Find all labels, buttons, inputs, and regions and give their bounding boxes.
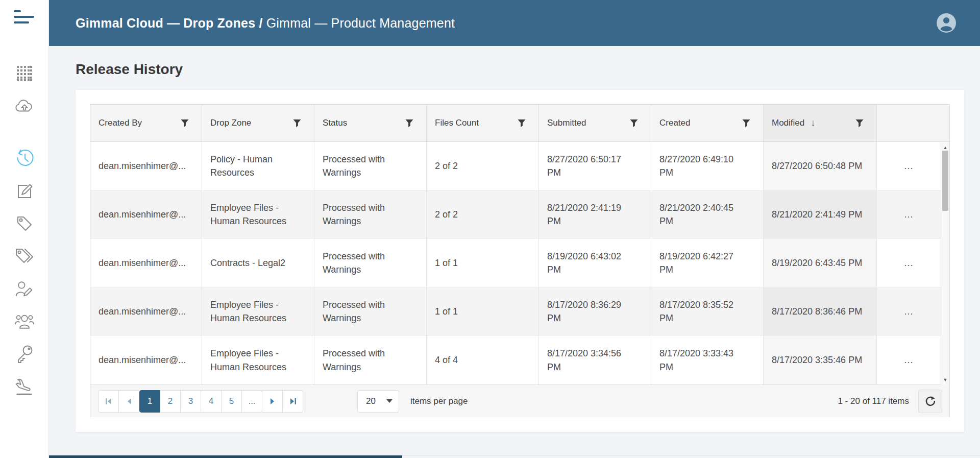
cell-drop-zone: Employee Files - Human Resources [202, 336, 314, 384]
plane-landing-icon[interactable] [14, 375, 35, 398]
cell-modified: 8/19/2020 6:43:45 PM [763, 239, 876, 287]
column-header[interactable]: Status [314, 105, 426, 141]
table-row: dean.misenhimer@... Contracts - Legal2 P… [90, 239, 941, 287]
first-page-button[interactable] [98, 390, 119, 413]
page-button[interactable]: 4 [201, 390, 222, 413]
cell-submitted: 8/27/2020 6:50:17 PM [538, 142, 651, 190]
cell-submitted: 8/19/2020 6:43:02 PM [538, 239, 651, 287]
background-window-edge [49, 455, 402, 458]
cell-files-count: 2 of 2 [426, 142, 538, 190]
cell-submitted: 8/17/2020 8:36:29 PM [538, 287, 651, 335]
cell-created: 8/21/2020 2:40:45 PM [651, 190, 763, 238]
breadcrumb-primary: Gimmal Cloud — Drop Zones / [76, 16, 263, 30]
scroll-down-icon[interactable]: ▼ [941, 376, 949, 384]
cell-created-by: dean.misenhimer@... [90, 142, 202, 190]
cell-drop-zone: Policy - Human Resources [202, 142, 314, 190]
filter-icon[interactable] [292, 118, 302, 128]
release-history-card: Created By Drop Zone [76, 90, 964, 432]
filter-icon[interactable] [517, 118, 526, 128]
column-header[interactable]: Modified ↓ [763, 105, 876, 141]
cell-created-by: dean.misenhimer@... [90, 239, 202, 287]
page-button[interactable]: ... [241, 390, 262, 413]
row-actions-button[interactable]: ... [876, 239, 941, 287]
cell-modified: 8/17/2020 8:36:46 PM [763, 287, 876, 335]
hamburger-menu-icon[interactable] [14, 10, 35, 29]
prev-page-button[interactable] [118, 390, 139, 413]
edit-icon[interactable] [14, 180, 35, 202]
column-label: Submitted [547, 118, 586, 128]
page-button[interactable]: 2 [160, 390, 181, 413]
user-edit-icon[interactable] [14, 278, 35, 301]
users-icon[interactable] [14, 310, 35, 333]
cell-drop-zone: Employee Files - Human Resources [202, 287, 314, 335]
tags-icon[interactable] [14, 245, 35, 267]
cell-submitted: 8/17/2020 3:34:56 PM [538, 336, 651, 384]
release-history-grid: Created By Drop Zone [90, 104, 950, 417]
breadcrumb[interactable]: Gimmal Cloud — Drop Zones / Gimmal — Pro… [76, 16, 455, 31]
user-avatar-icon[interactable] [936, 13, 957, 33]
pager-bar: 12345... 20 items per page 1 - 20 of 117… [90, 384, 949, 417]
breadcrumb-secondary: Gimmal — Product Management [266, 16, 455, 30]
column-header[interactable]: Created By [90, 105, 202, 141]
column-header[interactable]: Files Count [426, 105, 538, 141]
cloud-upload-icon[interactable] [14, 95, 35, 117]
pager-range-label: 1 - 20 of 117 items [838, 396, 909, 406]
table-row: dean.misenhimer@... Employee Files - Hum… [90, 336, 941, 384]
column-header[interactable] [876, 105, 949, 141]
sidebar [0, 0, 49, 458]
row-actions-button[interactable]: ... [876, 287, 941, 335]
refresh-button[interactable] [918, 390, 942, 413]
scrollbar-thumb[interactable] [942, 151, 948, 211]
table-row: dean.misenhimer@... Employee Files - Hum… [90, 190, 941, 239]
cell-files-count: 1 of 1 [426, 287, 538, 335]
filter-icon[interactable] [742, 118, 751, 128]
filter-icon[interactable] [629, 118, 639, 128]
page-button[interactable]: 3 [180, 390, 201, 413]
main-content: Release History Created By Drop Zone [49, 46, 980, 432]
row-actions-button[interactable]: ... [876, 336, 941, 384]
page-button[interactable]: 1 [139, 390, 160, 413]
cell-created-by: dean.misenhimer@... [90, 190, 202, 238]
vertical-scrollbar[interactable]: ▲ ▼ [941, 142, 949, 385]
cell-status: Processed with Warnings [314, 142, 426, 190]
cell-status: Processed with Warnings [314, 287, 426, 335]
filter-icon[interactable] [180, 118, 189, 128]
cell-files-count: 2 of 2 [426, 190, 538, 238]
cell-status: Processed with Warnings [314, 190, 426, 238]
table-row: dean.misenhimer@... Policy - Human Resou… [90, 142, 941, 190]
cell-files-count: 4 of 4 [426, 336, 538, 384]
filter-icon[interactable] [855, 118, 864, 128]
cell-drop-zone: Contracts - Legal2 [202, 239, 314, 287]
cell-modified: 8/27/2020 6:50:48 PM [763, 142, 876, 190]
column-header[interactable]: Created [651, 105, 763, 141]
page-size-value: 20 [366, 396, 376, 406]
tag-icon[interactable] [14, 212, 35, 235]
sort-desc-icon: ↓ [811, 117, 816, 129]
column-label: Drop Zone [210, 118, 251, 128]
filter-icon[interactable] [405, 118, 414, 128]
page-size-dropdown[interactable]: 20 [357, 390, 399, 413]
next-page-button[interactable] [262, 390, 283, 413]
page-title: Release History [76, 61, 964, 78]
cell-status: Processed with Warnings [314, 336, 426, 384]
row-actions-button[interactable]: ... [876, 142, 941, 190]
column-label: Status [323, 118, 347, 128]
table-row: dean.misenhimer@... Employee Files - Hum… [90, 287, 941, 336]
release-history-icon[interactable] [14, 147, 35, 170]
column-header[interactable]: Drop Zone [202, 105, 314, 141]
row-actions-button[interactable]: ... [876, 190, 941, 238]
page-button[interactable]: 5 [221, 390, 242, 413]
cell-status: Processed with Warnings [314, 239, 426, 287]
column-header[interactable]: Submitted [538, 105, 651, 141]
key-icon[interactable] [14, 343, 35, 366]
cell-created-by: dean.misenhimer@... [90, 336, 202, 384]
cell-created-by: dean.misenhimer@... [90, 287, 202, 335]
cell-created: 8/17/2020 3:33:43 PM [651, 336, 763, 384]
last-page-button[interactable] [282, 390, 303, 413]
apps-grid-icon[interactable] [14, 62, 35, 85]
chevron-down-icon [386, 399, 393, 403]
page-button-group: 12345... [98, 390, 303, 413]
top-header-bar: Gimmal Cloud — Drop Zones / Gimmal — Pro… [49, 0, 980, 46]
column-label: Created [659, 118, 690, 128]
cell-created: 8/27/2020 6:49:10 PM [651, 142, 763, 190]
